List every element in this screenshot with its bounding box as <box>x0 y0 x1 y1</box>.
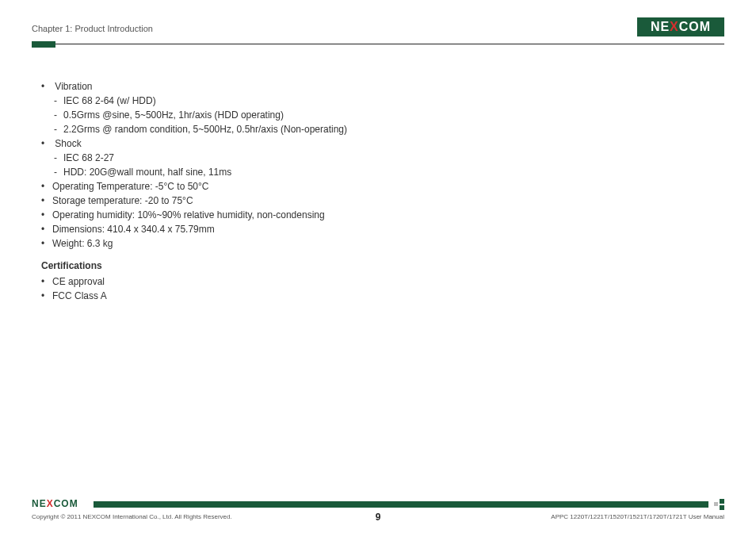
spec-sub-item: 0.5Grms @sine, 5~500Hz, 1hr/axis (HDD op… <box>55 108 724 122</box>
footer-bar-accent <box>94 501 708 508</box>
footer-deco-square <box>714 502 718 506</box>
footer-logo: NEXCOM <box>32 498 92 509</box>
footer-logo-x: X <box>47 498 54 509</box>
spec-item: Operating Temperature: -5°C to 50°C <box>43 179 724 194</box>
brand-logo: NEXCOM <box>637 17 724 36</box>
footer-manual-name: APPC 1220T/1221T/1520T/1521T/1720T/1721T… <box>551 513 724 520</box>
spec-item: Shock IEC 68 2-27 HDD: 20G@wall mount, h… <box>43 136 724 179</box>
logo-right: COM <box>679 20 711 33</box>
page-container: Chapter 1: Product Introduction NEXCOM V… <box>0 0 756 533</box>
spec-item: Storage temperature: -20 to 75°C <box>43 194 724 208</box>
spec-sub-item: 2.2Grms @ random condition, 5~500Hz, 0.5… <box>55 122 724 136</box>
content-area: Vibration IEC 68 2-64 (w/ HDD) 0.5Grms @… <box>32 48 724 303</box>
spec-sub-item: HDD: 20G@wall mount, half sine, 11ms <box>55 165 724 179</box>
spec-list: Vibration IEC 68 2-64 (w/ HDD) 0.5Grms @… <box>40 79 724 251</box>
footer-page-number: 9 <box>376 512 381 523</box>
certifications-list: CE approval FCC Class A <box>40 274 724 303</box>
spec-item: Weight: 6.3 kg <box>43 236 724 251</box>
spec-item: Vibration IEC 68 2-64 (w/ HDD) 0.5Grms @… <box>43 79 724 136</box>
footer-deco-square <box>720 505 724 510</box>
cert-item: CE approval <box>43 274 724 289</box>
cert-item: FCC Class A <box>43 289 724 303</box>
footer-copyright: Copyright © 2011 NEXCOM International Co… <box>32 513 232 520</box>
page-footer: NEXCOM Copyright © 2011 NEXCOM Internati… <box>32 499 724 520</box>
footer-logo-text: NEXCOM <box>32 498 78 509</box>
certifications-heading: Certifications <box>40 259 724 273</box>
page-header: Chapter 1: Product Introduction NEXCOM <box>32 17 724 36</box>
spec-item: Operating humidity: 10%~90% relative hum… <box>43 208 724 222</box>
footer-deco-square <box>720 499 724 504</box>
spec-sub-item: IEC 68 2-64 (w/ HDD) <box>55 94 724 108</box>
logo-x: X <box>670 20 679 33</box>
footer-logo-right: COM <box>54 498 78 509</box>
footer-logo-left: NE <box>32 498 47 509</box>
footer-decoration <box>710 499 724 510</box>
brand-logo-text: NEXCOM <box>651 20 711 34</box>
header-rule-line <box>32 44 724 44</box>
spec-sub-list: IEC 68 2-27 HDD: 20G@wall mount, half si… <box>43 151 724 179</box>
chapter-title: Chapter 1: Product Introduction <box>32 24 153 36</box>
header-rule <box>32 41 724 48</box>
spec-sub-list: IEC 68 2-64 (w/ HDD) 0.5Grms @sine, 5~50… <box>43 94 724 136</box>
spec-sub-item: IEC 68 2-27 <box>55 151 724 165</box>
spec-label: Shock <box>55 138 81 149</box>
footer-bar: NEXCOM <box>32 499 724 510</box>
footer-text-row: Copyright © 2011 NEXCOM International Co… <box>32 513 724 520</box>
header-rule-accent <box>32 41 55 48</box>
spec-item: Dimensions: 410.4 x 340.4 x 75.79mm <box>43 222 724 236</box>
spec-label: Vibration <box>55 81 92 92</box>
logo-left: NE <box>651 20 670 33</box>
